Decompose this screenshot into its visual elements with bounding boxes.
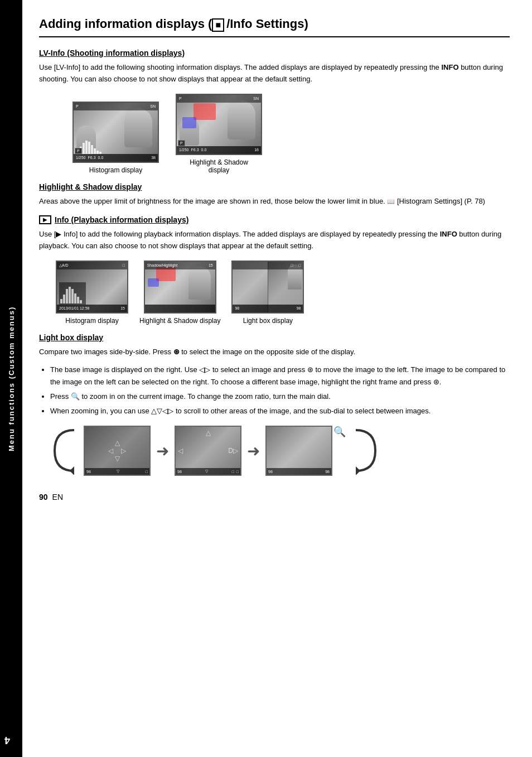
hud-top-2: P SN bbox=[177, 95, 261, 103]
playback-highlight-caption: Highlight & Shadow display bbox=[139, 317, 220, 325]
person-silhouette-2 bbox=[228, 100, 255, 139]
highlight-shadow-screen: P SN 1/250 F6.3 0.0 16 P bbox=[176, 94, 262, 155]
arrow-right-1: ➜ bbox=[156, 442, 169, 460]
svg-rect-9 bbox=[60, 299, 62, 303]
histogram-caption: Histogram display bbox=[89, 166, 142, 174]
hud-bar-2: 1/250 F6.3 0.0 16 bbox=[177, 146, 261, 154]
zoom-icon-area: 🔍 bbox=[338, 426, 346, 476]
light-box-heading: Light box display bbox=[39, 333, 510, 342]
zoom-screen-3: 98 98 bbox=[265, 426, 332, 476]
bullet-3: When zooming in, you can use △▽◁▷ to scr… bbox=[50, 405, 510, 417]
bullet-1: The base image is displayed on the right… bbox=[50, 364, 510, 388]
svg-marker-18 bbox=[356, 466, 360, 475]
zoom-hud-3: 98 98 bbox=[267, 468, 331, 475]
zoom-magnifier-icon: 🔍 bbox=[333, 426, 346, 438]
zoom-image-2: △ ◁ D▷ 98 ▽ □ □ bbox=[175, 426, 241, 476]
zoom-image-1: △ ◁▷ ▽ 98 ▽ □ bbox=[84, 426, 151, 476]
page-container: 4 Menu functions (Custom menus) Adding i… bbox=[0, 0, 532, 757]
hud-top-1: P SN bbox=[74, 103, 158, 110]
light-box-preview-screen: □ □ 98 98 bbox=[231, 261, 304, 314]
svg-rect-3 bbox=[85, 141, 88, 154]
hud-bar-3: 2013/01/01 12:58 15 bbox=[57, 305, 127, 312]
mode-badge-1: P bbox=[75, 148, 82, 154]
hud-bar-5: 98 98 bbox=[233, 305, 303, 312]
playback-body: Use [▶ Info] to add the following playba… bbox=[39, 229, 510, 252]
book-ref-1: 📖 bbox=[387, 197, 395, 204]
svg-marker-17 bbox=[70, 466, 74, 475]
playback-icon-box: ▶ bbox=[39, 215, 51, 224]
lv-info-heading: LV-Info (Shooting information displays) bbox=[39, 49, 510, 57]
light-box-bullets: The base image is displayed on the right… bbox=[50, 364, 510, 417]
sidebar: 4 Menu functions (Custom menus) bbox=[0, 0, 22, 757]
page-lang: EN bbox=[52, 493, 63, 502]
playback-info-section: ▶ Info (Playback information displays) U… bbox=[39, 215, 510, 252]
hud-bar-4 bbox=[145, 305, 215, 312]
highlight-shadow-heading: Highlight & Shadow display bbox=[39, 182, 510, 191]
playback-histogram-item: △A/D □ bbox=[56, 261, 128, 325]
main-content: Adding information displays (■/Info Sett… bbox=[22, 0, 532, 757]
zoom-hud-2: 98 ▽ □ □ bbox=[176, 468, 240, 475]
hud-top-4: Shadow/Highlight 15 bbox=[145, 262, 215, 269]
nav-overlay-1: △ ◁▷ ▽ bbox=[108, 439, 126, 462]
light-box-caption: Light box display bbox=[243, 317, 293, 325]
curved-arrow-left bbox=[50, 426, 78, 476]
sidebar-chapter-number: 4 bbox=[4, 734, 10, 746]
highlight-shadow-section: Highlight & Shadow display Areas above t… bbox=[39, 182, 510, 208]
playback-hist-box bbox=[59, 282, 86, 305]
bullet-2: Press 🔍 to zoom in on the current image.… bbox=[50, 390, 510, 403]
histogram-screen: P SN bbox=[72, 102, 159, 163]
page-number: 90 bbox=[39, 493, 48, 502]
press-label: ⊛ bbox=[173, 348, 180, 356]
light-box-section: Light box display Compare two images sid… bbox=[39, 333, 510, 417]
page-footer: 90 EN bbox=[39, 493, 510, 502]
svg-rect-14 bbox=[74, 293, 76, 303]
shadow-blue-overlay bbox=[182, 117, 196, 128]
nav-right-2: D▷ bbox=[228, 447, 238, 455]
playback-heading-text: Info (Playback information displays) bbox=[55, 215, 188, 224]
sidebar-label: Menu functions (Custom menus) bbox=[7, 306, 16, 451]
zoom-image-3: 98 98 bbox=[265, 426, 332, 476]
svg-rect-2 bbox=[83, 143, 85, 154]
playback-heading: ▶ Info (Playback information displays) bbox=[39, 215, 510, 224]
lv-info-images: P SN bbox=[72, 94, 510, 174]
hud-top-5: □ □ bbox=[233, 262, 303, 269]
svg-rect-10 bbox=[63, 295, 65, 303]
info-bold-1: INFO bbox=[441, 63, 458, 71]
highlight-shadow-body: Areas above the upper limit of brightnes… bbox=[39, 196, 510, 208]
svg-rect-5 bbox=[91, 145, 93, 154]
arrow-right-2: ➜ bbox=[247, 442, 260, 460]
page-title-text: Adding information displays (■/Info Sett… bbox=[39, 17, 308, 31]
playback-highlight-item: Shadow/Highlight 15 Highlight & Shadow d… bbox=[139, 261, 220, 325]
person-silhouette-1 bbox=[124, 108, 152, 147]
nav-left-2: ◁ bbox=[178, 447, 183, 455]
nav-top-2: △ bbox=[206, 429, 211, 437]
menu-icon: ■ bbox=[212, 18, 224, 32]
light-box-body: Compare two images side-by-side. Press ⊛… bbox=[39, 346, 510, 358]
histogram-display-item: P SN bbox=[72, 102, 159, 174]
lv-info-section: LV-Info (Shooting information displays) … bbox=[39, 49, 510, 85]
highlight-shadow-caption: Highlight & Shadowdisplay bbox=[190, 158, 248, 174]
zoom-screen-2: △ ◁ D▷ 98 ▽ □ □ bbox=[175, 426, 241, 476]
svg-rect-12 bbox=[69, 287, 71, 303]
hud-top-3: △A/D □ bbox=[57, 262, 127, 269]
playback-histogram-screen: △A/D □ bbox=[56, 261, 128, 314]
mode-badge-2: P bbox=[178, 140, 185, 146]
lv-info-body: Use [LV-Info] to add the following shoot… bbox=[39, 62, 510, 85]
hud-bar-1: 1/250 F6.3 0.0 38 bbox=[74, 154, 158, 162]
light-box-preview-item: □ □ 98 98 Light box display bbox=[231, 261, 304, 325]
info-bold-2: INFO bbox=[440, 230, 457, 238]
zoom-sequence-row: △ ◁▷ ▽ 98 ▽ □ ➜ △ ◁ D▷ bbox=[50, 426, 510, 476]
playback-images: △A/D □ bbox=[56, 261, 510, 325]
playback-histogram-caption: Histogram display bbox=[65, 317, 118, 325]
svg-rect-16 bbox=[80, 300, 82, 303]
page-title: Adding information displays (■/Info Sett… bbox=[39, 17, 510, 37]
svg-rect-15 bbox=[77, 297, 79, 303]
svg-rect-4 bbox=[88, 142, 90, 154]
svg-rect-11 bbox=[66, 289, 68, 303]
playback-highlight-screen: Shadow/Highlight 15 bbox=[144, 261, 216, 314]
zoom-screen-1: △ ◁▷ ▽ 98 ▽ □ bbox=[84, 426, 151, 476]
svg-rect-13 bbox=[71, 289, 74, 303]
person-silhouette-3 bbox=[188, 266, 211, 300]
highlight-shadow-display-item: P SN 1/250 F6.3 0.0 16 P Highlight & Sha… bbox=[176, 94, 262, 174]
curved-arrow-right bbox=[351, 426, 379, 476]
